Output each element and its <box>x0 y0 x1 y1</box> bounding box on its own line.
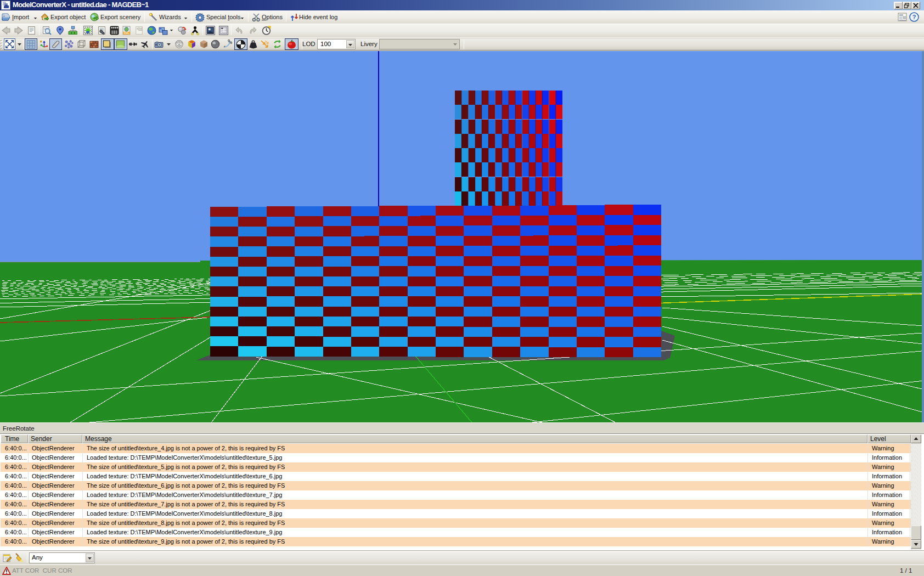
svg-text:?: ? <box>912 14 916 20</box>
svg-text:XML: XML <box>124 32 129 35</box>
